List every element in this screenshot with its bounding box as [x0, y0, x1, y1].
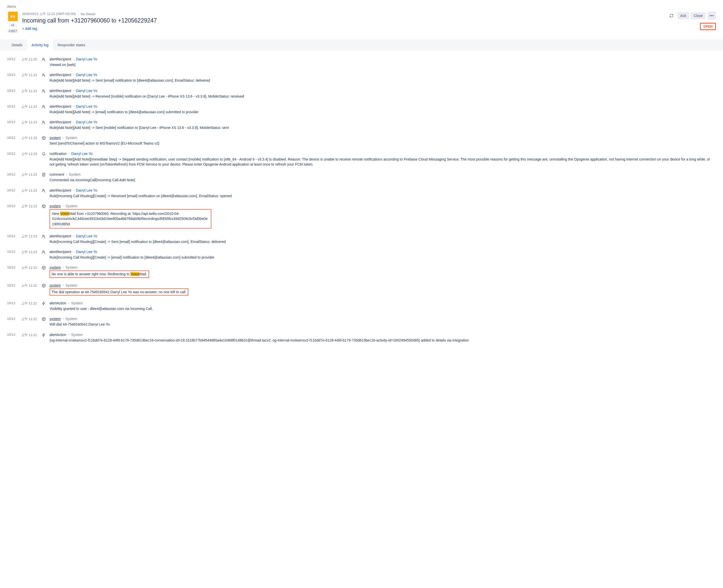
user-remove-icon — [41, 188, 46, 198]
cube-icon — [41, 284, 46, 295]
log-type: system — [49, 317, 61, 321]
log-row: 10/12上午 11:23systemSystemNew VoiceMail f… — [7, 202, 716, 232]
log-type: alertRecipient — [49, 57, 71, 61]
log-actor: System — [71, 333, 83, 337]
status-badge: OPEN — [700, 23, 716, 30]
alert-header: P3 x1 #1627 2020/10/12 上午 11:22 (GMT+02:… — [7, 12, 716, 34]
log-row: 10/12上午 11:23systemSystemSent [sendToCha… — [7, 134, 716, 149]
log-time: 上午 11:22 — [21, 266, 38, 277]
log-date: 10/12 — [7, 136, 18, 146]
tab-details[interactable]: Details — [7, 39, 27, 50]
refresh-icon[interactable] — [667, 12, 676, 20]
tab-activity-log[interactable]: Activity log — [27, 39, 53, 50]
log-type: system — [49, 284, 61, 288]
tabs: Details Activity log Responder states — [0, 39, 723, 50]
svg-point-2 — [713, 15, 714, 16]
log-type: alertRecipient — [49, 104, 71, 108]
log-time: 上午 11:22 — [21, 333, 38, 343]
log-row: 10/12上午 11:23alertRecipientDarryl Lee Yo… — [7, 71, 716, 86]
svg-point-14 — [42, 251, 44, 252]
log-type: alertRecipient — [49, 89, 71, 93]
log-type: system — [49, 266, 61, 270]
log-time: 上午 11:23 — [21, 104, 38, 114]
log-description: {og-internal-msteamsv2-f11bdd7e-6128-44f… — [49, 338, 716, 343]
log-date: 10/12 — [7, 188, 18, 198]
log-description: Rule[Add Note][Add Note] -> Sent [mobile… — [49, 125, 716, 130]
cube-icon — [41, 266, 46, 277]
log-actor[interactable]: Darryl Lee Yo — [71, 152, 92, 156]
log-type: alertRecipient — [49, 73, 71, 77]
log-actor[interactable]: Darryl Lee Yo — [76, 120, 97, 124]
log-description: The dial operation at 44-7549160541:Darr… — [49, 289, 716, 295]
log-date: 10/12 — [7, 89, 18, 99]
log-row: 10/12上午 11:23alertRecipientDarryl Lee Yo… — [7, 186, 716, 202]
priority-badge: P3 — [8, 12, 18, 21]
log-row: 10/12上午 11:22systemSystemWill dial 44-75… — [7, 315, 716, 330]
log-type: alertRecipient — [49, 188, 71, 192]
svg-point-7 — [42, 121, 44, 122]
alert-title: Incoming call from +31207960060 to +1205… — [22, 17, 663, 24]
log-row: 10/12上午 11:22systemSystemThe dial operat… — [7, 281, 716, 299]
add-tag-button[interactable]: + Add tag — [22, 26, 663, 30]
log-time: 上午 11:23 — [21, 188, 38, 198]
log-actor[interactable]: Darryl Lee Yo — [76, 73, 97, 77]
log-actor[interactable]: Darryl Lee Yo — [76, 89, 97, 93]
alert-owner[interactable]: No Owner — [81, 12, 95, 16]
log-time: 上午 11:22 — [21, 301, 38, 311]
tab-responder-states[interactable]: Responder states — [53, 39, 90, 50]
log-time: 上午 11:23 — [21, 136, 38, 146]
log-row: 10/12上午 11:23notificationDarryl Lee YoRu… — [7, 150, 716, 171]
log-time: 上午 11:23 — [21, 234, 38, 244]
close-button[interactable]: Close — [690, 12, 706, 19]
log-actor[interactable]: Darryl Lee Yo — [76, 234, 97, 238]
log-actor[interactable]: Darryl Lee Yo — [76, 57, 97, 61]
log-row: 10/12上午 11:22alertActionSystem{og-intern… — [7, 331, 716, 346]
count-badge: x1 — [9, 23, 17, 27]
log-row: 10/12上午 11:23alertRecipientDarryl Lee Yo… — [7, 102, 716, 118]
log-type: alertRecipient — [49, 234, 71, 238]
log-date: 10/12 — [7, 120, 18, 130]
user-remove-icon — [41, 234, 46, 244]
log-row: 10/12上午 11:23alertRecipientDarryl Lee Yo… — [7, 232, 716, 248]
log-time: 上午 11:23 — [21, 89, 38, 99]
log-actor: System — [65, 266, 77, 270]
log-date: 10/12 — [7, 234, 18, 244]
log-description: Visibility granted to user : dlee4@atlas… — [49, 306, 716, 311]
svg-point-4 — [42, 74, 44, 75]
log-time: 上午 11:23 — [21, 172, 38, 183]
log-date: 10/12 — [7, 204, 18, 229]
log-row: 10/12上午 11:22systemSystemNo one is able … — [7, 264, 716, 281]
more-icon[interactable] — [707, 12, 716, 20]
log-description: Rule[Add Note][Add Note] -> Sent [email]… — [49, 78, 716, 83]
log-actor[interactable]: Darryl Lee Yo — [76, 250, 97, 254]
log-date: 10/12 — [7, 172, 18, 183]
log-type: alertAction — [49, 301, 66, 305]
log-type: alertAction — [49, 333, 66, 337]
log-description: Rule[Incoming Call Routing][Create] -> [… — [49, 255, 716, 260]
log-actor[interactable]: Darryl Lee Yo — [76, 188, 97, 192]
log-actor[interactable]: Darryl Lee Yo — [76, 104, 97, 108]
log-time: 上午 11:22 — [21, 284, 38, 295]
log-time: 上午 11:23 — [21, 73, 38, 83]
log-time: 上午 11:25 — [21, 57, 38, 67]
log-description: Will dial 44-7549160541:Darryl Lee Yo. — [49, 322, 716, 327]
log-actor: System — [69, 172, 81, 176]
user-remove-icon — [41, 250, 46, 260]
log-actor: System — [71, 301, 83, 305]
cube-icon — [41, 317, 46, 327]
log-type: alertRecipient — [49, 120, 71, 124]
svg-point-5 — [42, 89, 44, 91]
log-date: 10/12 — [7, 73, 18, 83]
log-row: 10/12上午 11:22alertActionSystemVisibility… — [7, 299, 716, 315]
log-date: 10/12 — [7, 301, 18, 311]
log-date: 10/12 — [7, 317, 18, 327]
ack-button[interactable]: Ack — [677, 12, 689, 19]
user-remove-icon — [41, 73, 46, 83]
breadcrumb[interactable]: Alerts — [7, 4, 716, 8]
log-row: 10/12上午 11:23alertRecipientDarryl Lee Yo… — [7, 248, 716, 264]
log-type: system — [49, 204, 61, 208]
log-actor: System — [65, 204, 77, 208]
bolt-icon — [41, 301, 46, 311]
log-description: Rule[Add Note][Add Note][Immediate Step]… — [49, 157, 716, 167]
log-actor: System — [65, 317, 77, 321]
